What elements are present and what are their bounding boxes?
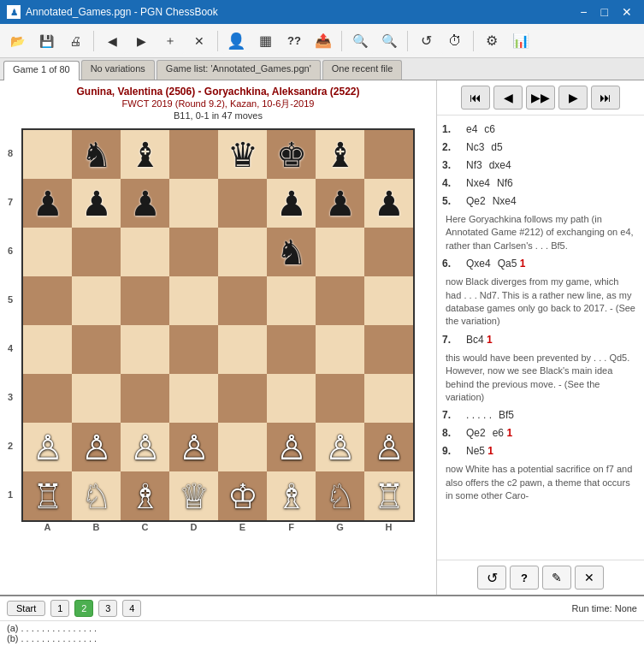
tab-game[interactable]: Game 1 of 80 — [3, 61, 80, 80]
num-button-2[interactable]: 2 — [74, 600, 93, 617]
square-c1[interactable]: ♗ — [121, 471, 169, 520]
move-7w[interactable]: Bc4 1 — [464, 331, 494, 348]
edit-button[interactable]: ✎ — [542, 566, 571, 590]
square-f2[interactable]: ♙ — [267, 423, 316, 471]
square-g1[interactable]: ♘ — [316, 471, 364, 520]
square-g8[interactable]: ♝ — [316, 130, 364, 179]
square-b2[interactable]: ♙ — [72, 423, 121, 471]
move-8w[interactable]: Qe2 — [464, 424, 487, 442]
square-c2[interactable]: ♙ — [121, 423, 169, 471]
square-e8[interactable]: ♛ — [218, 130, 267, 179]
square-a5[interactable] — [23, 276, 72, 325]
square-g7[interactable]: ♟ — [316, 179, 364, 228]
square-d8[interactable] — [169, 130, 218, 179]
export-button[interactable]: 📤 — [310, 28, 337, 54]
square-h2[interactable]: ♙ — [364, 423, 413, 471]
close-game-button[interactable]: ✕ — [575, 566, 604, 590]
square-c3[interactable] — [121, 374, 169, 423]
move-6w[interactable]: Qxe4 — [464, 255, 493, 272]
square-h8[interactable] — [364, 130, 413, 179]
square-e1[interactable]: ♔ — [218, 471, 267, 520]
back-button[interactable]: ◀ — [98, 28, 126, 54]
add-button[interactable]: ＋ — [157, 28, 184, 54]
move-5b[interactable]: Nxe4 — [491, 193, 518, 210]
help2-button[interactable]: ?? — [281, 28, 308, 54]
print-button[interactable]: 🖨 — [62, 28, 89, 54]
move-1b[interactable]: c6 — [482, 121, 497, 138]
database-button[interactable]: 📊 — [507, 28, 535, 54]
square-b6[interactable] — [72, 228, 121, 276]
move-6b[interactable]: Qa5 1 — [496, 255, 528, 272]
square-b7[interactable]: ♟ — [72, 179, 121, 228]
square-g5[interactable] — [316, 276, 364, 325]
square-f8[interactable]: ♚ — [267, 130, 316, 179]
square-a8[interactable] — [23, 130, 72, 179]
minimize-button[interactable]: − — [575, 3, 592, 21]
tab-no-variations[interactable]: No variations — [81, 60, 155, 80]
square-d3[interactable] — [169, 374, 218, 423]
square-h3[interactable] — [364, 374, 413, 423]
square-d2[interactable]: ♙ — [169, 423, 218, 471]
square-b8[interactable]: ♞ — [72, 130, 121, 179]
square-e3[interactable] — [218, 374, 267, 423]
first-move-button[interactable]: ⏮ — [461, 86, 490, 110]
search2-button[interactable]: 🔍 — [375, 28, 403, 54]
move-7b-b[interactable]: Bf5 — [497, 406, 516, 424]
square-b4[interactable] — [72, 325, 121, 374]
square-b3[interactable] — [72, 374, 121, 423]
square-f4[interactable] — [267, 325, 316, 374]
square-c6[interactable] — [121, 228, 169, 276]
last-move-button[interactable]: ⏭ — [591, 86, 620, 110]
moves-panel[interactable]: 1. e4 c6 2. Nc3 d5 3. Nf3 dxe4 4. Nxe4 N… — [437, 116, 644, 560]
square-g4[interactable] — [316, 325, 364, 374]
next-fast-button[interactable]: ▶▶ — [526, 86, 555, 110]
move-9w[interactable]: Ne5 1 — [464, 442, 495, 459]
square-a1[interactable]: ♖ — [23, 471, 72, 520]
square-c8[interactable]: ♝ — [121, 130, 169, 179]
square-e6[interactable] — [218, 228, 267, 276]
square-f5[interactable] — [267, 276, 316, 325]
square-f1[interactable]: ♗ — [267, 471, 316, 520]
square-a2[interactable]: ♙ — [23, 423, 72, 471]
num-button-1[interactable]: 1 — [50, 600, 69, 617]
open-file-button[interactable]: 📂 — [3, 28, 31, 54]
square-c7[interactable]: ♟ — [121, 179, 169, 228]
move-3b[interactable]: dxe4 — [487, 157, 513, 174]
move-7wb[interactable]: . . . . . — [464, 406, 493, 424]
next-move-button[interactable]: ▶ — [558, 86, 588, 110]
square-g2[interactable]: ♙ — [316, 423, 364, 471]
square-h1[interactable]: ♖ — [364, 471, 413, 520]
square-b5[interactable] — [72, 276, 121, 325]
square-a7[interactable]: ♟ — [23, 179, 72, 228]
square-a4[interactable] — [23, 325, 72, 374]
prev-move-button[interactable]: ◀ — [493, 86, 523, 110]
square-c5[interactable] — [121, 276, 169, 325]
move-2w[interactable]: Nc3 — [464, 139, 486, 156]
square-d7[interactable] — [169, 179, 218, 228]
square-a6[interactable] — [23, 228, 72, 276]
square-e2[interactable] — [218, 423, 267, 471]
square-a3[interactable] — [23, 374, 72, 423]
delete-button[interactable]: ✕ — [186, 28, 213, 54]
move-3w[interactable]: Nf3 — [464, 157, 484, 174]
square-d1[interactable]: ♕ — [169, 471, 218, 520]
settings-button[interactable]: ⚙ — [478, 28, 505, 54]
hint-button[interactable]: ? — [510, 566, 539, 590]
rotate-board-button[interactable]: ↺ — [477, 566, 506, 590]
player-button[interactable]: 👤 — [222, 28, 250, 54]
move-8b[interactable]: e6 1 — [491, 424, 514, 442]
square-g6[interactable] — [316, 228, 364, 276]
square-g3[interactable] — [316, 374, 364, 423]
move-4b[interactable]: Nf6 — [495, 175, 515, 192]
clock-button[interactable]: ⏱ — [441, 28, 469, 54]
close-button[interactable]: ✕ — [617, 3, 637, 21]
move-2b[interactable]: d5 — [489, 139, 504, 156]
square-d4[interactable] — [169, 325, 218, 374]
move-1w[interactable]: e4 — [464, 121, 479, 138]
square-f7[interactable]: ♟ — [267, 179, 316, 228]
square-d5[interactable] — [169, 276, 218, 325]
move-4w[interactable]: Nxe4 — [464, 175, 492, 192]
square-d6[interactable] — [169, 228, 218, 276]
num-button-4[interactable]: 4 — [122, 600, 141, 617]
square-h5[interactable] — [364, 276, 413, 325]
